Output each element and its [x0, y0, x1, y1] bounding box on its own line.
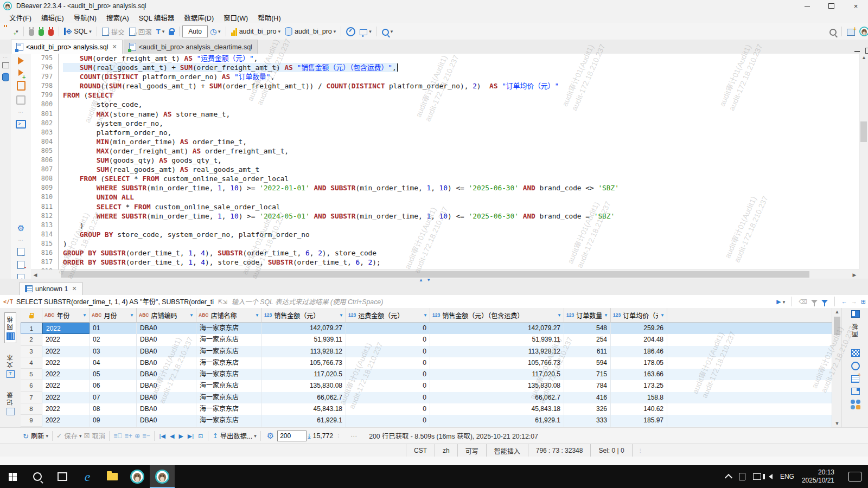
column-header[interactable]: ABC年份▼ — [42, 308, 90, 322]
grid-cell[interactable]: DBA0 — [137, 392, 196, 403]
grid-cell[interactable]: 326 — [564, 403, 611, 415]
grid-cell[interactable]: 784 — [564, 380, 611, 391]
dbeaver-taskbar-button-active[interactable] — [150, 465, 175, 488]
first-row-button[interactable]: |◀ — [159, 433, 165, 440]
scroll-down-icon[interactable]: ▼ — [832, 420, 842, 427]
file-error-icon[interactable]: ▪ — [17, 261, 24, 269]
previous-row-button[interactable]: ◀ — [170, 433, 174, 440]
grid-cell[interactable]: 105,766.73 — [430, 357, 564, 369]
column-header[interactable]: ABC店铺编码▼ — [137, 308, 196, 322]
sql-line[interactable]: 795 SUM(order_freight_amt_t) AS "运费金额（元）… — [31, 54, 859, 63]
grid-cell[interactable]: 66,062.7 — [262, 392, 346, 403]
filter-panel-icon[interactable]: ⊞ — [861, 298, 866, 305]
export-result-icon[interactable]: → — [17, 248, 24, 256]
row-number[interactable]: 5 — [21, 369, 42, 380]
row-number[interactable]: 1 — [21, 323, 42, 334]
sql-line[interactable]: 800 store_code, — [31, 100, 859, 109]
network-button[interactable]: ▾ — [358, 27, 373, 36]
grid-cell[interactable]: 0 — [346, 392, 430, 403]
history-back-icon[interactable]: ← — [841, 298, 847, 305]
row-number[interactable]: 6 — [21, 380, 42, 391]
action-center-button[interactable] — [848, 472, 861, 481]
grid-cell[interactable]: DBA0 — [137, 415, 196, 426]
grid-cell[interactable]: 117,020.5 — [262, 369, 346, 380]
execute-new-tab-button[interactable]: + — [18, 69, 23, 76]
last-row-button[interactable]: ▶| — [188, 433, 194, 440]
grid-cell[interactable]: 135,830.08 — [262, 380, 346, 391]
grid-panel-icon[interactable] — [851, 388, 860, 395]
grid-cell[interactable]: 06 — [90, 380, 137, 391]
maximize-panel-icon[interactable] — [865, 48, 868, 54]
statusbar-cell[interactable]: 可写 — [457, 444, 486, 457]
grid-cell[interactable]: 135,830.08 — [430, 380, 564, 391]
sql-line[interactable]: 801 MAX(store_name) AS store_name_t, — [31, 110, 859, 119]
grid-cell[interactable]: DBA0 — [137, 357, 196, 369]
row-header-corner[interactable] — [21, 308, 42, 322]
results-view-tab-record[interactable]: 记录 — [5, 388, 16, 418]
grid-cell[interactable]: 163.66 — [611, 369, 667, 380]
grid-cell[interactable]: 0 — [346, 403, 430, 415]
grid-cell[interactable]: 0 — [346, 346, 430, 357]
grid-cell[interactable]: 548 — [564, 323, 611, 334]
taskbar-search-button[interactable] — [25, 465, 50, 488]
grid-cell[interactable]: 0 — [346, 357, 430, 369]
clear-filter-icon[interactable]: ⌫ — [799, 298, 807, 305]
scroll-right-icon[interactable]: ▶ — [850, 272, 859, 278]
scroll-up-icon[interactable]: ▲ — [859, 54, 868, 61]
sql-line[interactable]: 815) — [31, 239, 859, 248]
sql-line[interactable]: 796 SUM(real_goods_amt_t) + SUM(order_fr… — [31, 63, 859, 72]
row-number[interactable]: 3 — [21, 346, 42, 357]
tab-analysis-sql[interactable]: <audit_bi_pro> analysis.sql ✕ — [11, 40, 123, 54]
disconnect-button[interactable] — [47, 27, 55, 37]
grid-cell[interactable]: 海一家京东店 — [196, 415, 262, 426]
menu-item[interactable]: 帮助(H) — [253, 11, 285, 24]
close-button[interactable]: × — [844, 0, 868, 12]
grid-cell[interactable]: 0 — [346, 369, 430, 380]
row-number[interactable]: 8 — [21, 403, 42, 415]
sort-dropdown-icon[interactable]: ▼ — [337, 313, 343, 318]
sql-line[interactable]: 810 UNION ALL — [31, 192, 859, 202]
grid-cell[interactable]: 海一家京东店 — [196, 357, 262, 369]
grid-cell[interactable]: 66,062.7 — [430, 392, 564, 403]
grid-cell[interactable]: 61,929.1 — [262, 415, 346, 426]
column-header[interactable]: 123销售金额（元）（包含运费）▼ — [430, 308, 564, 322]
grid-cell[interactable]: 08 — [90, 403, 137, 415]
sql-line[interactable]: 809 WHERE SUBSTR(min_order_time, 1, 10) … — [31, 183, 859, 192]
grid-cell[interactable]: 海一家京东店 — [196, 403, 262, 415]
commit-button[interactable]: ✓提交 — [100, 25, 126, 38]
sql-line[interactable]: 817ORDER BY SUBSTR(order_time_t, 1, 4), … — [31, 258, 859, 267]
column-header[interactable]: 123订单数量▼ — [564, 308, 611, 322]
refresh-button[interactable]: ↻刷新▾ — [23, 431, 48, 441]
sort-dropdown-icon[interactable]: ▼ — [658, 313, 665, 318]
menu-item[interactable]: 搜索(A) — [101, 11, 134, 24]
cancel-button[interactable]: ☒取消 — [84, 431, 106, 441]
grid-cell[interactable]: 158.8 — [611, 392, 667, 403]
grid-cell[interactable]: 51,939.11 — [262, 334, 346, 345]
grid-cell[interactable]: 715 — [564, 369, 611, 380]
transaction-log-button[interactable]: ◷▾ — [208, 26, 222, 37]
lock-button[interactable] — [167, 27, 176, 36]
usb-tray-icon[interactable] — [739, 473, 745, 480]
add-row-button[interactable]: ≡+ — [125, 432, 132, 440]
grid-cell[interactable]: 45,843.18 — [262, 403, 346, 415]
fetch-size-input[interactable] — [277, 431, 307, 441]
statusbar-cell[interactable]: 智能插入 — [486, 444, 528, 457]
panel-toggle-icon[interactable] — [851, 310, 860, 318]
grid-cell[interactable]: DBA0 — [137, 403, 196, 415]
edit-cell-button[interactable]: ≡⃫ — [113, 432, 122, 440]
grid-cell[interactable]: 0 — [346, 380, 430, 391]
metadata-panel-icons[interactable] — [851, 400, 860, 409]
scrollbar-thumb[interactable] — [834, 317, 840, 335]
row-number[interactable]: 9 — [21, 415, 42, 426]
grid-cell[interactable]: 113,928.12 — [262, 346, 346, 357]
grid-cell[interactable]: 2022 — [42, 369, 90, 380]
grid-cell[interactable]: 51,939.11 — [430, 334, 564, 345]
grid-cell[interactable]: 611 — [564, 346, 611, 357]
rollback-button[interactable]: ↺回滚 — [127, 25, 154, 38]
grid-cell[interactable]: DBA0 — [137, 323, 196, 334]
grid-cell[interactable]: 2022 — [42, 357, 90, 369]
sort-dropdown-icon[interactable]: ▼ — [555, 313, 561, 318]
menu-item[interactable]: 导航(N) — [69, 11, 101, 24]
editor-horizontal-scrollbar[interactable]: ◀ ▶ — [31, 269, 859, 279]
column-header[interactable]: ABC店铺名称▼ — [196, 308, 262, 322]
